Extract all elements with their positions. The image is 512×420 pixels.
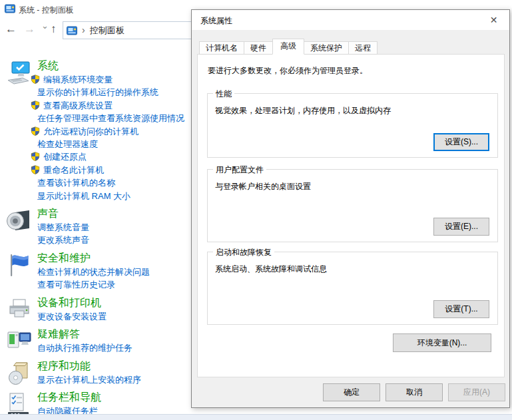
ok-button[interactable]: 确定 — [323, 383, 380, 401]
task-link[interactable]: 查看该计算机的名称 — [37, 176, 191, 189]
task-link[interactable]: 允许远程访问你的计算机 — [37, 125, 191, 138]
dialog-titlebar: 系统属性 ✕ — [192, 10, 509, 30]
control-panel-icon — [67, 25, 77, 36]
control-panel-icon — [5, 3, 15, 14]
admin-notice-text: 要进行大多数更改，你必须作为管理员登录。 — [208, 65, 368, 77]
task-label: 显示在计算机上安装的程序 — [37, 375, 141, 385]
section-system: 系统 编辑系统环境变量 显示你的计算机运行的操作系统 查看高级系统设置 在任务管… — [0, 59, 191, 202]
section-security-maintenance: 安全和维护 检查计算机的状态并解决问题 查看可靠性历史记录 — [0, 251, 191, 292]
section-title-sound[interactable]: 声音 — [37, 206, 59, 221]
task-link[interactable]: 在任务管理器中查看系统资源使用情况 — [37, 112, 191, 124]
task-label: 查看高级系统设置 — [43, 101, 113, 110]
task-link[interactable]: 显示在计算机上安装的程序 — [37, 373, 191, 386]
task-label: 查看可靠性历史记录 — [37, 280, 115, 290]
system-icon — [6, 60, 33, 87]
forward-icon[interactable]: → — [24, 23, 35, 36]
back-icon[interactable]: ← — [5, 23, 17, 36]
section-title-troubleshooting[interactable]: 疑难解答 — [37, 327, 80, 341]
section-troubleshooting: 疑难解答 自动执行推荐的维护任务 — [0, 327, 191, 354]
uac-shield-icon — [31, 101, 40, 110]
apply-button: 应用(A) — [448, 383, 505, 401]
task-label: 显示此计算机 RAM 大小 — [37, 191, 130, 201]
task-link[interactable]: 调整系统音量 — [37, 221, 191, 234]
tab-system-protection[interactable]: 系统保护 — [304, 41, 349, 55]
printer-icon — [6, 297, 33, 323]
breadcrumb[interactable]: 控制面板 — [90, 25, 125, 37]
tab-advanced[interactable]: 高级 — [272, 39, 304, 55]
flag-icon — [6, 252, 33, 279]
tab-remote[interactable]: 远程 — [348, 41, 378, 55]
section-devices-printers: 设备和打印机 更改设备安装设置 — [0, 296, 191, 323]
startup-recovery-group: 启动和故障恢复 系统启动、系统故障和调试信息 设置(T)... — [207, 252, 498, 325]
uac-shield-icon — [31, 126, 40, 136]
performance-group: 性能 视觉效果，处理器计划，内存使用，以及虚拟内存 设置(S)... — [207, 93, 498, 158]
task-label: 允许远程访问你的计算机 — [43, 126, 138, 136]
up-icon[interactable]: ↑ — [51, 23, 57, 36]
performance-group-desc: 视觉效果，处理器计划，内存使用，以及虚拟内存 — [215, 105, 391, 116]
task-label: 检查计算机的状态并解决问题 — [37, 267, 150, 277]
task-link[interactable]: 显示此计算机 RAM 大小 — [37, 190, 191, 202]
tab-hardware[interactable]: 硬件 — [244, 41, 273, 55]
section-title-system[interactable]: 系统 — [37, 59, 59, 73]
task-link[interactable]: 查看可靠性历史记录 — [37, 278, 191, 291]
sound-icon — [6, 208, 33, 234]
task-label: 创建还原点 — [43, 152, 87, 162]
task-label: 自动执行推荐的维护任务 — [37, 343, 132, 353]
performance-settings-button[interactable]: 设置(S)... — [433, 133, 489, 151]
task-link[interactable]: 显示你的计算机运行的操作系统 — [37, 86, 191, 99]
task-link[interactable]: 更改设备安装设置 — [37, 310, 191, 323]
startup-recovery-group-desc: 系统启动、系统故障和调试信息 — [215, 264, 327, 275]
window-title: 系统 - 控制面板 — [19, 5, 74, 16]
user-profiles-group-desc: 与登录帐户相关的桌面设置 — [215, 181, 311, 192]
environment-variables-button[interactable]: 环境变量(N)... — [393, 333, 491, 352]
cancel-button[interactable]: 取消 — [385, 383, 443, 401]
control-panel-task-list: 系统 编辑系统环境变量 显示你的计算机运行的操作系统 查看高级系统设置 在任务管… — [0, 59, 191, 420]
task-link[interactable]: 重命名此计算机 — [37, 164, 191, 176]
close-icon[interactable]: ✕ — [479, 11, 509, 29]
task-link[interactable]: 创建还原点 — [37, 150, 191, 163]
task-label: 编辑系统环境变量 — [43, 75, 113, 85]
user-profiles-settings-button[interactable]: 设置(E)... — [433, 218, 489, 236]
tab-computer-name[interactable]: 计算机名 — [199, 41, 244, 55]
section-title-programs[interactable]: 程序和功能 — [37, 359, 91, 373]
startup-recovery-settings-button[interactable]: 设置(T)... — [433, 300, 489, 318]
system-properties-dialog: 系统属性 ✕ 计算机名 硬件 高级 系统保护 远程 要进行大多数更改，你必须作为… — [191, 9, 510, 408]
task-link[interactable]: 自动执行推荐的维护任务 — [37, 341, 191, 354]
window-bottom-edge — [0, 414, 512, 420]
section-title-taskbar[interactable]: 任务栏和导航 — [37, 390, 101, 405]
breadcrumb-chevron-icon[interactable]: › — [82, 25, 85, 35]
task-label: 调整系统音量 — [37, 222, 89, 232]
task-label: 更改系统声音 — [37, 235, 89, 245]
section-title-security[interactable]: 安全和维护 — [37, 251, 91, 266]
programs-icon — [6, 360, 33, 387]
dialog-title: 系统属性 — [200, 15, 232, 27]
advanced-tab-page: 要进行大多数更改，你必须作为管理员登录。 性能 视觉效果，处理器计划，内存使用，… — [197, 54, 505, 377]
task-label: 检查处理器速度 — [37, 139, 98, 149]
section-sound: 声音 调整系统音量 更改系统声音 — [0, 206, 191, 247]
troubleshoot-icon — [6, 328, 33, 355]
user-profiles-group-title: 用户配置文件 — [213, 164, 266, 176]
history-dropdown-icon[interactable]: ⌄ — [41, 21, 49, 31]
task-label: 重命名此计算机 — [43, 165, 104, 175]
task-link[interactable]: 检查计算机的状态并解决问题 — [37, 266, 191, 278]
task-label: 更改设备安装设置 — [37, 312, 107, 321]
task-label: 显示你的计算机运行的操作系统 — [37, 87, 158, 97]
task-label: 查看该计算机的名称 — [37, 178, 115, 188]
task-label: 在任务管理器中查看系统资源使用情况 — [37, 113, 184, 123]
user-profiles-group: 用户配置文件 与登录帐户相关的桌面设置 设置(E)... — [207, 169, 498, 242]
task-link[interactable]: 查看高级系统设置 — [37, 99, 191, 112]
task-link[interactable]: 检查处理器速度 — [37, 138, 191, 150]
dialog-tab-strip: 计算机名 硬件 高级 系统保护 远程 — [199, 39, 377, 55]
section-title-devices[interactable]: 设备和打印机 — [37, 296, 101, 310]
uac-shield-icon — [31, 165, 40, 174]
task-link[interactable]: 编辑系统环境变量 — [37, 73, 191, 86]
uac-shield-icon — [31, 152, 40, 161]
task-link[interactable]: 更改系统声音 — [37, 234, 191, 246]
startup-recovery-group-title: 启动和故障恢复 — [213, 247, 274, 258]
performance-group-title: 性能 — [213, 89, 234, 100]
section-programs-features: 程序和功能 显示在计算机上安装的程序 — [0, 359, 191, 386]
